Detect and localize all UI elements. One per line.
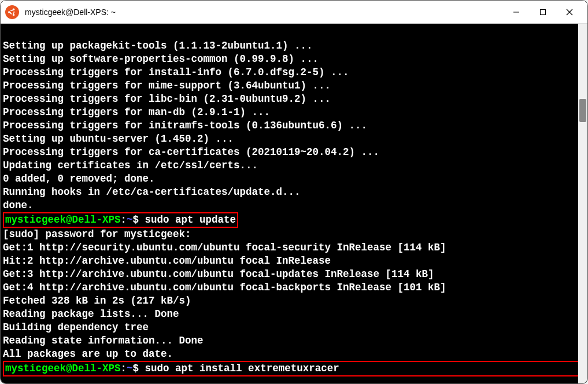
output-line: Fetched 328 kB in 2s (217 kB/s) xyxy=(3,294,587,308)
prompt-colon: : xyxy=(121,214,127,226)
scrollbar-thumb[interactable] xyxy=(579,99,586,122)
output-line: Processing triggers for install-info (6.… xyxy=(3,66,587,79)
output-line: Hit:2 http://archive.ubuntu.com/ubuntu f… xyxy=(3,254,587,268)
prompt-colon: : xyxy=(121,363,127,374)
output-line: All packages are up to date. xyxy=(3,348,587,361)
ubuntu-icon xyxy=(5,5,19,19)
highlight-command-1: mysticgeek@Dell-XPS:~$ sudo apt update xyxy=(3,212,238,228)
terminal-content: Setting up packagekit-tools (1.1.13-2ubu… xyxy=(3,26,587,376)
output-line: 0 added, 0 removed; done. xyxy=(3,172,587,186)
output-line: Setting up software-properties-common (0… xyxy=(3,53,587,66)
window-title: mysticgeek@Dell-XPS: ~ xyxy=(25,8,503,17)
prompt-dollar: $ xyxy=(133,363,139,374)
command-2: sudo apt install extremetuxracer xyxy=(139,363,339,374)
prompt-user: mysticgeek@Dell-XPS xyxy=(5,214,121,226)
output-line: Reading package lists... Done xyxy=(3,308,587,321)
prompt-path: ~ xyxy=(127,214,133,226)
highlight-command-2: mysticgeek@Dell-XPS:~$ sudo apt install … xyxy=(3,361,587,376)
output-line: Get:1 http://security.ubuntu.com/ubuntu … xyxy=(3,241,587,254)
output-line: done. xyxy=(3,199,587,212)
output-line: Building dependency tree xyxy=(3,321,587,334)
output-line: Processing triggers for man-db (2.9.1-1)… xyxy=(3,106,587,119)
output-line: Reading state information... Done xyxy=(3,334,587,348)
svg-rect-5 xyxy=(541,9,546,14)
output-line: [sudo] password for mysticgeek: xyxy=(3,228,587,241)
command-1: sudo apt update xyxy=(139,214,236,226)
prompt-line-2: mysticgeek@Dell-XPS:~$ sudo apt install … xyxy=(3,361,587,376)
output-line: Running hooks in /etc/ca-certificates/up… xyxy=(3,186,587,199)
output-line: Setting up packagekit-tools (1.1.13-2ubu… xyxy=(3,39,587,53)
titlebar[interactable]: mysticgeek@Dell-XPS: ~ xyxy=(1,1,587,24)
output-line: Processing triggers for initramfs-tools … xyxy=(3,119,587,132)
window-controls xyxy=(503,3,583,21)
prompt-line-1: mysticgeek@Dell-XPS:~$ sudo apt update xyxy=(3,212,587,228)
scrollbar-track[interactable] xyxy=(578,24,587,383)
output-line: Setting up ubuntu-server (1.450.2) ... xyxy=(3,132,587,146)
svg-point-3 xyxy=(13,13,15,16)
terminal-area[interactable]: Setting up packagekit-tools (1.1.13-2ubu… xyxy=(1,24,587,383)
output-line: Get:3 http://archive.ubuntu.com/ubuntu f… xyxy=(3,268,587,281)
output-line: Updating certificates in /etc/ssl/certs.… xyxy=(3,159,587,172)
close-button[interactable] xyxy=(556,3,583,21)
output-line: Processing triggers for mime-support (3.… xyxy=(3,79,587,93)
minimize-button[interactable] xyxy=(503,3,530,21)
maximize-button[interactable] xyxy=(530,3,556,21)
terminal-window: mysticgeek@Dell-XPS: ~ Setting up packag… xyxy=(0,0,588,384)
output-line: Get:4 http://archive.ubuntu.com/ubuntu f… xyxy=(3,281,587,294)
prompt-path: ~ xyxy=(127,363,133,374)
output-line: Processing triggers for ca-certificates … xyxy=(3,146,587,159)
prompt-dollar: $ xyxy=(133,214,139,226)
prompt-user: mysticgeek@Dell-XPS xyxy=(5,363,121,374)
output-line: Processing triggers for libc-bin (2.31-0… xyxy=(3,93,587,106)
